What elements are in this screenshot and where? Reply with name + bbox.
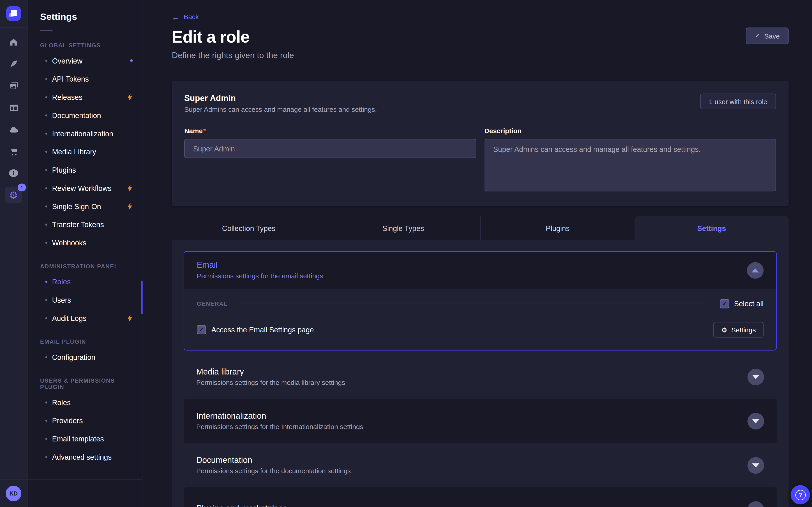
question-mark-icon: ?	[795, 490, 806, 500]
accordion-title: Email	[197, 261, 323, 270]
tab-settings[interactable]: Settings	[635, 216, 789, 240]
permission-checkbox[interactable]: ✓	[197, 325, 206, 334]
role-card: Super Admin Super Admins can access and …	[172, 81, 789, 206]
main-nav-rail: ⚙ 1 KD	[0, 0, 28, 507]
sidebar-item-configuration[interactable]: Configuration	[28, 348, 143, 366]
content-type-builder-icon[interactable]	[3, 97, 24, 118]
sidebar-item-webhooks[interactable]: Webhooks	[28, 233, 143, 252]
select-all-checkbox[interactable]: ✓	[720, 299, 729, 308]
users-with-role-button[interactable]: 1 user with this role	[700, 94, 776, 109]
expand-button[interactable]	[748, 457, 764, 473]
help-button[interactable]: ?	[791, 485, 810, 504]
bullet-icon	[45, 356, 47, 358]
gear-icon: ⚙	[9, 190, 18, 200]
accordion-email-body: GENERAL ✓ Select all ✓ Access the Email …	[184, 289, 776, 350]
sidebar-item-providers[interactable]: Providers	[28, 411, 143, 430]
accordion-email-header[interactable]: Email Permissions settings for the email…	[184, 252, 776, 289]
sidebar-item-users[interactable]: Users	[28, 291, 143, 309]
tab-plugins[interactable]: Plugins	[480, 216, 635, 240]
select-all-label: Select all	[734, 299, 763, 308]
accordion-subtitle: Permissions settings for the email setti…	[197, 272, 323, 280]
name-field-label: Name*	[184, 127, 476, 135]
sidebar-item-plugins[interactable]: Plugins	[28, 161, 143, 179]
main-content: ← Back Edit a role ✓ Save Define the rig…	[143, 0, 812, 507]
info-icon[interactable]	[3, 162, 24, 184]
sidebar-item-transfer-tokens[interactable]: Transfer Tokens	[28, 215, 143, 233]
back-arrow-icon: ←	[172, 13, 180, 21]
sidebar-item-email-templates[interactable]: Email templates	[28, 430, 143, 448]
sidebar-item-review-workflows[interactable]: Review Workflows	[28, 179, 143, 197]
bullet-icon	[45, 205, 47, 207]
sidebar-item-api-tokens[interactable]: API Tokens	[28, 70, 143, 88]
bullet-icon	[45, 317, 47, 319]
lightning-icon	[127, 314, 133, 322]
section-header-email-plugin: EMAIL PLUGIN	[40, 338, 130, 345]
media-library-icon[interactable]	[3, 75, 24, 97]
page-title: Edit a role	[172, 27, 249, 47]
expand-button[interactable]	[748, 412, 764, 429]
section-header-administration-panel: ADMINISTRATION PANEL	[40, 263, 130, 270]
sidebar-footer	[28, 480, 143, 507]
accordion-documentation[interactable]: Documentation Permissions settings for t…	[184, 443, 776, 487]
back-label: Back	[184, 13, 199, 21]
sidebar-scrollbar-thumb[interactable]	[141, 281, 143, 314]
bullet-icon	[45, 456, 47, 458]
accordion-plugins-and-marketplace[interactable]: Plugins and marketplace	[184, 487, 776, 507]
tab-single-types[interactable]: Single Types	[326, 216, 480, 240]
logo-container	[0, 0, 27, 27]
lightning-icon	[127, 203, 133, 210]
tab-collection-types[interactable]: Collection Types	[172, 216, 326, 240]
chevron-up-icon	[752, 268, 759, 272]
notification-dot-icon	[130, 59, 133, 62]
section-header-users-permissions-plugin: USERS & PERMISSIONS PLUGIN	[40, 378, 130, 390]
sidebar-item-single-sign-on[interactable]: Single Sign-On	[28, 197, 143, 215]
app-window: ⚙ 1 KD Settings GLOBAL SETTINGS Overview…	[0, 0, 812, 507]
bullet-icon	[45, 132, 47, 134]
sidebar-item-documentation[interactable]: Documentation	[28, 106, 143, 124]
bullet-icon	[45, 114, 47, 116]
role-name-heading: Super Admin	[184, 94, 377, 103]
back-link[interactable]: ← Back	[172, 13, 199, 21]
sidebar-item-roles-admin[interactable]: Roles	[28, 272, 143, 291]
bullet-icon	[45, 223, 47, 225]
bullet-icon	[45, 151, 47, 153]
content-manager-feather-icon[interactable]	[3, 53, 24, 75]
sidebar-item-overview[interactable]: Overview	[28, 51, 143, 70]
lightning-icon	[127, 93, 133, 101]
sidebar-item-internationalization[interactable]: Internationalization	[28, 124, 143, 143]
sidebar-title: Settings	[40, 11, 143, 22]
collapse-button[interactable]	[747, 262, 764, 279]
bullet-icon	[45, 281, 47, 283]
lightning-icon	[127, 184, 133, 191]
accordion-media-library[interactable]: Media library Permissions settings for t…	[184, 355, 776, 399]
page-subtitle: Define the rights given to the role	[172, 51, 789, 60]
settings-nav-item[interactable]: ⚙ 1	[3, 184, 24, 206]
bullet-icon	[45, 59, 47, 61]
sidebar-item-advanced-settings[interactable]: Advanced settings	[28, 448, 143, 466]
save-button[interactable]: ✓ Save	[746, 27, 789, 44]
permission-settings-button[interactable]: ⚙ Settings	[713, 322, 763, 337]
sidebar-item-roles-up[interactable]: Roles	[28, 393, 143, 411]
description-textarea[interactable]: Super Admins can access and manage all f…	[484, 139, 776, 191]
home-icon[interactable]	[3, 31, 24, 53]
permission-label: Access the Email Settings page	[211, 326, 314, 334]
bullet-icon	[45, 419, 47, 421]
strapi-logo-icon[interactable]	[6, 6, 21, 21]
sidebar-item-media-library[interactable]: Media Library	[28, 143, 143, 161]
bullet-icon	[45, 401, 47, 403]
bullet-icon	[45, 187, 47, 189]
cloud-icon[interactable]	[3, 118, 24, 140]
expand-button[interactable]	[748, 501, 764, 507]
marketplace-cart-icon[interactable]	[3, 140, 24, 162]
check-icon: ✓	[755, 32, 760, 40]
permissions-tablist: Collection Types Single Types Plugins Se…	[172, 216, 789, 240]
sidebar-item-releases[interactable]: Releases	[28, 88, 143, 106]
settings-sidebar: Settings GLOBAL SETTINGS Overview API To…	[28, 0, 143, 507]
description-field-label: Description	[484, 127, 776, 135]
accordion-internationalization[interactable]: Internationalization Permissions setting…	[184, 399, 776, 443]
expand-button[interactable]	[748, 369, 764, 385]
bullet-icon	[45, 299, 47, 301]
user-avatar[interactable]: KD	[6, 486, 21, 501]
name-input[interactable]	[184, 139, 476, 158]
sidebar-item-audit-logs[interactable]: Audit Logs	[28, 309, 143, 327]
